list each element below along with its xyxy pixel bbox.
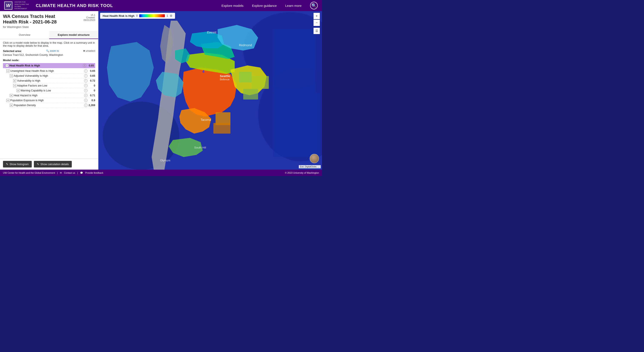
node3-value: 0.72 [88,79,95,82]
node6-info-icon[interactable]: i [84,94,88,97]
node4-expand[interactable]: − [13,84,16,87]
tree-node-6[interactable]: + Heat Hazard is High i 0.71 [10,93,95,98]
tree-node-root[interactable]: - − Heat Health Risk is High i 0.65 [3,63,95,68]
show-calculation-button[interactable]: ✎ Show calculation details [34,161,72,167]
tree-node-8[interactable]: + Population Density i 2,269 [10,103,95,108]
map-svg[interactable]: Redmond Seattle Bellevue Everett Tacoma … [98,11,322,170]
nav-explore-models[interactable]: Explore models [222,4,244,8]
node1-info-icon[interactable]: i [84,69,88,73]
node1-expand[interactable]: − [6,70,9,73]
tree-node-5[interactable]: + Warning Capability is Low i 0 [16,88,95,93]
selected-area-name: Census Tract 512, Snohomish County, Wash… [3,54,95,57]
show-histogram-button[interactable]: ✎ Show histogram [3,161,32,167]
legend-max: 1 [166,14,168,17]
selected-area-label: Selected area: [3,50,22,53]
node6-value: 0.71 [88,94,95,97]
tabs-container: Overview Explore model structure [0,31,98,39]
tree-node-3[interactable]: + Vulnerability is High i 0.72 [13,78,95,83]
node2-label: Adjusted Vulnerability is High [14,74,83,77]
root-dash: - [4,64,5,67]
node8-expand[interactable]: + [10,104,13,107]
zoom-to-link[interactable]: 🔍 zoom to [46,50,59,53]
unselect-button[interactable]: ✖ unselect [83,50,95,53]
svg-text:Tacoma: Tacoma [200,118,211,121]
zoom-to-text: zoom to [50,50,59,53]
node1-value: 0.65 [88,70,95,73]
footer-feedback-link[interactable]: Provide feedback [85,172,103,174]
main-layout: WA Census Tracts HeatHealth Risk - 2021-… [0,11,322,170]
nav-learn-more[interactable]: Learn more [285,4,302,8]
node8-info-icon[interactable]: i [84,104,88,107]
sidebar: WA Census Tracts HeatHealth Risk - 2021-… [0,11,98,170]
node4-info-icon[interactable]: i [84,84,88,87]
sidebar-bottom: ✎ Show histogram ✎ Show calculation deta… [0,159,98,170]
footer: UW Center for Health and the Global Envi… [0,170,322,176]
node3-expand[interactable]: + [13,79,16,82]
tab-overview[interactable]: Overview [0,31,49,39]
legend-settings-icon[interactable]: ⚙ [170,14,172,18]
map-controls: + − ☰ [314,13,320,34]
app-title: Climate Health and Risk Tool [36,3,222,8]
node4-value: 0 [88,84,95,87]
footer-divider-1: | [57,172,58,174]
footer-copyright: © 2023 University of Washington [285,172,319,174]
zoom-out-button[interactable]: − [314,20,320,26]
tree-node-4[interactable]: − Adaptive Factors are Low i 0 [13,83,95,88]
node5-info-icon[interactable]: i [84,89,88,92]
node4-label: Adaptive Factors are Low [17,84,83,87]
map-legend: Heat Health Risk is High 0 1 ⚙ [100,13,175,19]
layers-button[interactable]: ☰ [314,28,320,34]
zoom-in-button[interactable]: + [314,13,320,19]
map-avatar [310,154,319,163]
node1-label: Unweighted Heat Health Risk is High [10,70,83,73]
uw-logo: W [4,2,12,10]
zoom-icon: 🔍 [46,50,49,53]
node7-info-icon[interactable]: i [84,99,88,102]
legend-title: Heat Health Risk is High [103,14,134,18]
svg-rect-6 [243,89,258,100]
node7-expand[interactable]: − [6,99,9,102]
map-area[interactable]: Heat Health Risk is High 0 1 ⚙ + − ☰ [98,11,322,170]
unselect-text: unselect [86,50,95,53]
sidebar-header: WA Census Tracts HeatHealth Risk - 2021-… [0,11,98,30]
footer-divider-2: | [77,172,78,174]
root-info-icon[interactable]: i [83,64,86,67]
svg-text:Everett: Everett [207,31,216,34]
node3-info-icon[interactable]: i [84,79,88,83]
root-expand[interactable]: − [6,64,8,67]
svg-rect-10 [273,93,320,157]
tab-explore-model[interactable]: Explore model structure [49,31,98,39]
footer-envelope-icon: ✉ [60,172,62,174]
svg-text:Redmond: Redmond [239,44,252,47]
node5-label: Warning Capability is Low [20,89,83,92]
tree-node-7[interactable]: − Population Exposure is High i 0.9 [6,98,95,103]
header-logo: W CENTER FOR HEALTH AND THE GLOBAL ENVIR… [4,1,32,10]
svg-text:Bellevue: Bellevue [220,78,230,81]
footer-center-name: UW Center for Health and the Global Envi… [3,172,55,174]
search-button[interactable]: 🔍 [310,2,318,9]
nav-explore-guidance[interactable]: Explore guidance [252,4,277,8]
node7-label: Population Exposure is High [10,99,83,102]
svg-rect-4 [239,72,252,83]
node8-label: Population Density [14,104,83,107]
node2-info-icon[interactable]: i [84,74,88,78]
header: W CENTER FOR HEALTH AND THE GLOBAL ENVIR… [0,0,322,11]
node8-value: 2,269 [88,104,95,107]
calculation-label: Show calculation details [40,163,69,166]
node3-label: Vulnerability is High [17,79,83,82]
tree-node-2[interactable]: − Adjusted Vulnerability is High i 0.65 [10,74,95,78]
svg-text:South Hill: South Hill [194,146,206,149]
unselect-icon: ✖ [83,50,85,53]
node2-expand[interactable]: − [10,74,13,77]
footer-contact-link[interactable]: Contact us [64,172,75,174]
histogram-icon: ✎ [6,163,8,166]
main-nav: Explore models Explore guidance Learn mo… [222,2,318,9]
sidebar-content: Click on a model node below to display i… [0,39,98,159]
tree-node-1[interactable]: − Unweighted Heat Health Risk is High i … [6,69,95,74]
node2-value: 0.65 [88,74,95,77]
node6-expand[interactable]: + [10,94,13,97]
svg-text:4: 4 [202,70,204,74]
node5-expand[interactable]: + [16,89,20,92]
version-label: v5.1 [84,14,95,16]
root-value: 0.65 [86,64,94,67]
